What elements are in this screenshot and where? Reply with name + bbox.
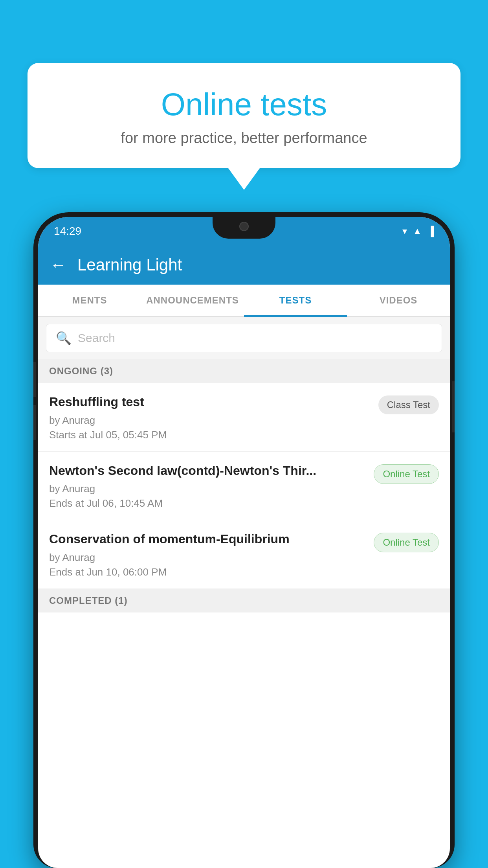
speech-bubble: Online tests for more practice, better p… (28, 63, 460, 168)
phone-frame: 14:29 ▾ ▲ ▐ ← Learning Light MENTS ANNOU… (33, 212, 455, 868)
tab-ments[interactable]: MENTS (38, 285, 141, 316)
search-container: 🔍 Search (38, 317, 450, 359)
app-bar-title: Learning Light (77, 256, 182, 274)
app-bar: ← Learning Light (38, 245, 450, 285)
test-by: by Anurag (49, 552, 367, 564)
front-camera (239, 222, 249, 231)
test-badge-class: Class Test (378, 395, 439, 414)
wifi-icon: ▾ (402, 226, 407, 237)
status-icons: ▾ ▲ ▐ (402, 226, 434, 237)
test-by: by Anurag (49, 483, 367, 495)
power-button[interactable] (452, 381, 455, 432)
notch (213, 217, 275, 239)
test-item[interactable]: Conservation of momentum-Equilibrium by … (38, 520, 450, 589)
status-bar: 14:29 ▾ ▲ ▐ (38, 217, 450, 245)
volume-down-button[interactable] (33, 405, 36, 440)
signal-icon: ▲ (413, 226, 422, 237)
back-button[interactable]: ← (50, 256, 66, 274)
test-item[interactable]: Reshuffling test by Anurag Starts at Jul… (38, 383, 450, 452)
test-by: by Anurag (49, 414, 372, 427)
test-item[interactable]: Newton's Second law(contd)-Newton's Thir… (38, 452, 450, 520)
test-badge-online: Online Test (374, 464, 439, 484)
test-date: Starts at Jul 05, 05:45 PM (49, 429, 372, 441)
tab-videos[interactable]: VIDEOS (347, 285, 450, 316)
volume-up-button[interactable] (33, 362, 36, 397)
speech-bubble-title: Online tests (47, 86, 441, 123)
ongoing-section-label: ONGOING (3) (38, 359, 450, 383)
test-name: Conservation of momentum-Equilibrium (49, 531, 367, 548)
search-box[interactable]: 🔍 Search (46, 324, 442, 352)
battery-icon: ▐ (427, 226, 434, 237)
test-date: Ends at Jun 10, 06:00 PM (49, 566, 367, 578)
test-date: Ends at Jul 06, 10:45 AM (49, 497, 367, 509)
test-info: Reshuffling test by Anurag Starts at Jul… (49, 394, 372, 441)
speech-bubble-subtitle: for more practice, better performance (47, 130, 441, 147)
tab-tests[interactable]: TESTS (244, 285, 347, 316)
test-name: Reshuffling test (49, 394, 372, 410)
tabs-bar: MENTS ANNOUNCEMENTS TESTS VIDEOS (38, 285, 450, 317)
completed-section-label: COMPLETED (1) (38, 589, 450, 612)
test-list: Reshuffling test by Anurag Starts at Jul… (38, 383, 450, 589)
test-info: Conservation of momentum-Equilibrium by … (49, 531, 367, 578)
test-info: Newton's Second law(contd)-Newton's Thir… (49, 463, 367, 510)
search-icon: 🔍 (56, 331, 72, 346)
test-name: Newton's Second law(contd)-Newton's Thir… (49, 463, 367, 479)
status-time: 14:29 (54, 225, 81, 237)
phone-screen: 14:29 ▾ ▲ ▐ ← Learning Light MENTS ANNOU… (38, 217, 450, 868)
test-badge-online-2: Online Test (374, 533, 439, 552)
tab-announcements[interactable]: ANNOUNCEMENTS (141, 285, 244, 316)
search-placeholder: Search (78, 331, 115, 345)
